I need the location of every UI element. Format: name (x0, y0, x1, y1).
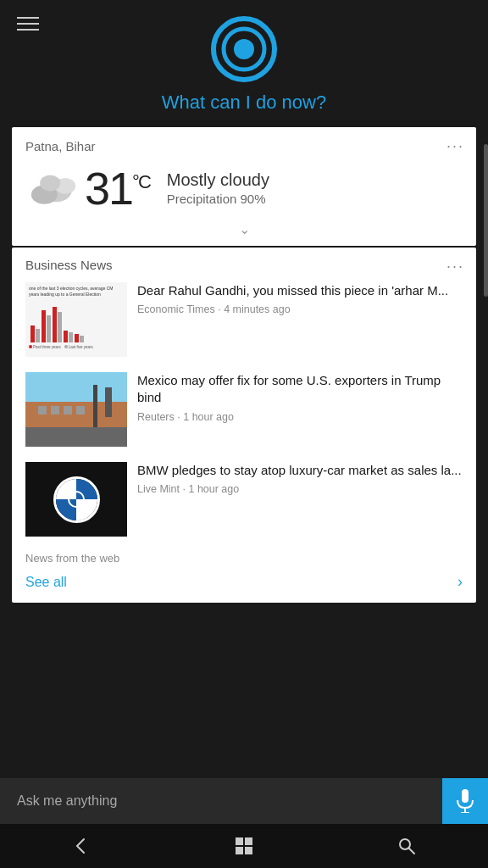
weather-description: Mostly cloudy Precipitation 90% (167, 170, 269, 206)
news-item[interactable]: Mexico may offer fix for some U.S. expor… (25, 372, 463, 447)
see-all-chevron-icon[interactable]: › (458, 573, 463, 591)
svg-rect-15 (462, 789, 469, 803)
svg-rect-9 (25, 427, 127, 447)
search-placeholder[interactable]: Ask me anything (0, 793, 117, 809)
cloud-icon (25, 168, 76, 209)
news-meta-2: Reuters · 1 hour ago (137, 411, 463, 423)
search-bar[interactable]: Ask me anything (0, 778, 488, 824)
svg-rect-12 (51, 406, 59, 415)
weather-main: 31°C Mostly cloudy Precipitation 90% (25, 162, 463, 214)
svg-point-2 (234, 39, 254, 59)
news-item[interactable]: one of the last 3 election cycles, avera… (25, 282, 463, 357)
news-title-2: Mexico may offer fix for some U.S. expor… (137, 372, 463, 407)
home-button[interactable] (218, 832, 270, 860)
chart-bars (29, 302, 124, 342)
cortana-tagline: What can I do now? (0, 92, 488, 114)
cards-area: ··· Patna, Bihar 31°C Mostly cloudy Prec… (12, 127, 476, 603)
weather-card: ··· Patna, Bihar 31°C Mostly cloudy Prec… (12, 127, 476, 246)
svg-rect-7 (25, 372, 127, 402)
news-thumbnail-1: one of the last 3 election cycles, avera… (25, 282, 127, 357)
see-all-link[interactable]: See all (25, 575, 67, 590)
hamburger-menu[interactable] (17, 17, 39, 31)
svg-rect-21 (245, 847, 252, 854)
top-bar (0, 0, 488, 92)
svg-rect-10 (93, 385, 97, 427)
news-title-1: Dear Rahul Gandhi, you missed this piece… (137, 282, 463, 299)
news-content-2: Mexico may offer fix for some U.S. expor… (137, 372, 463, 423)
windows-icon (235, 837, 253, 855)
svg-rect-19 (245, 837, 252, 845)
weather-location: Patna, Bihar (25, 139, 463, 153)
weather-precipitation: Precipitation 90% (167, 192, 269, 206)
news-meta-1: Economic Times · 4 minutes ago (137, 303, 463, 315)
chart-header-text: one of the last 3 election cycles, avera… (29, 286, 124, 297)
weather-expand-button[interactable]: ⌄ (25, 221, 463, 237)
see-all-row[interactable]: See all › (25, 570, 463, 598)
svg-rect-18 (236, 837, 243, 845)
scrollbar (484, 144, 488, 297)
weather-temperature: 31°C (85, 162, 150, 214)
svg-rect-16 (464, 808, 466, 812)
news-title-3: BMW pledges to stay atop luxury-car mark… (137, 462, 463, 479)
mic-button[interactable] (442, 778, 488, 824)
weather-more-button[interactable]: ··· (446, 137, 464, 155)
back-button[interactable] (55, 832, 108, 860)
news-content-3: BMW pledges to stay atop luxury-car mark… (137, 462, 463, 495)
svg-rect-14 (76, 406, 85, 415)
news-content-1: Dear Rahul Gandhi, you missed this piece… (137, 282, 463, 315)
news-thumbnail-2 (25, 372, 127, 447)
svg-rect-11 (38, 406, 47, 415)
svg-rect-17 (461, 812, 469, 813)
news-more-button[interactable]: ··· (446, 258, 464, 275)
search-icon (397, 837, 416, 855)
search-button[interactable] (380, 832, 433, 860)
svg-rect-20 (236, 847, 243, 854)
back-icon (72, 837, 91, 855)
weather-condition: Mostly cloudy (167, 170, 269, 190)
cortana-logo (210, 15, 278, 83)
news-from-web: News from the web (25, 552, 463, 565)
news-meta-3: Live Mint · 1 hour ago (137, 483, 463, 495)
news-thumbnail-3 (25, 462, 127, 537)
mic-icon (456, 789, 474, 813)
chart-legend: Past three years Last five years (29, 345, 124, 349)
news-item[interactable]: BMW pledges to stay atop luxury-car mark… (25, 462, 463, 537)
svg-point-6 (40, 175, 60, 192)
news-card: ··· Business News one of the last 3 elec… (12, 248, 476, 603)
taskbar (0, 824, 488, 868)
news-section-title: Business News (25, 258, 463, 272)
svg-line-23 (409, 849, 415, 854)
svg-rect-13 (64, 406, 72, 415)
